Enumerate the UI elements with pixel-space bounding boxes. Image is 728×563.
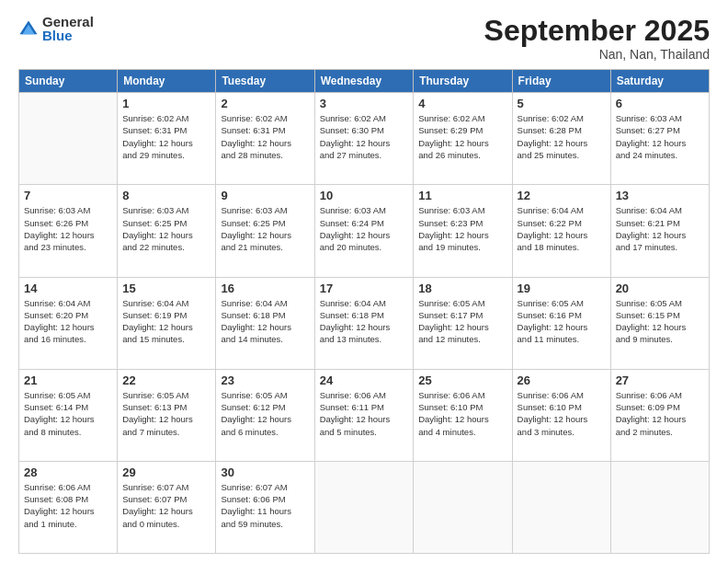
- day-info: Sunrise: 6:05 AMSunset: 6:16 PMDaylight:…: [518, 297, 606, 346]
- calendar-cell: 23Sunrise: 6:05 AMSunset: 6:12 PMDayligh…: [216, 369, 314, 461]
- calendar-cell: 24Sunrise: 6:06 AMSunset: 6:11 PMDayligh…: [314, 369, 414, 461]
- day-number: 6: [616, 97, 704, 110]
- day-info: Sunrise: 6:03 AMSunset: 6:24 PMDaylight:…: [320, 204, 409, 253]
- day-info: Sunrise: 6:03 AMSunset: 6:25 PMDaylight:…: [221, 204, 309, 253]
- calendar-cell: [414, 461, 512, 553]
- day-info: Sunrise: 6:03 AMSunset: 6:25 PMDaylight:…: [122, 204, 210, 253]
- calendar-cell: 17Sunrise: 6:04 AMSunset: 6:18 PMDayligh…: [314, 277, 414, 369]
- day-number: 19: [518, 282, 606, 295]
- calendar-cell: 7Sunrise: 6:03 AMSunset: 6:26 PMDaylight…: [19, 185, 118, 277]
- calendar-week-row: 7Sunrise: 6:03 AMSunset: 6:26 PMDaylight…: [19, 185, 710, 277]
- day-info: Sunrise: 6:03 AMSunset: 6:27 PMDaylight:…: [616, 112, 704, 161]
- day-number: 15: [122, 282, 210, 295]
- weekday-header: Thursday: [414, 70, 512, 93]
- day-number: 18: [418, 282, 506, 295]
- day-info: Sunrise: 6:02 AMSunset: 6:31 PMDaylight:…: [221, 112, 309, 161]
- calendar-cell: 18Sunrise: 6:05 AMSunset: 6:17 PMDayligh…: [414, 277, 512, 369]
- calendar-cell: 12Sunrise: 6:04 AMSunset: 6:22 PMDayligh…: [512, 185, 610, 277]
- calendar-cell: 6Sunrise: 6:03 AMSunset: 6:27 PMDaylight…: [610, 93, 709, 185]
- weekday-header: Wednesday: [314, 70, 414, 93]
- day-info: Sunrise: 6:04 AMSunset: 6:18 PMDaylight:…: [320, 297, 409, 346]
- calendar-week-row: 28Sunrise: 6:06 AMSunset: 6:08 PMDayligh…: [19, 461, 710, 553]
- calendar-cell: 14Sunrise: 6:04 AMSunset: 6:20 PMDayligh…: [19, 277, 118, 369]
- day-number: 20: [616, 282, 704, 295]
- calendar-week-row: 1Sunrise: 6:02 AMSunset: 6:31 PMDaylight…: [19, 93, 710, 185]
- day-number: 3: [320, 97, 409, 110]
- day-info: Sunrise: 6:06 AMSunset: 6:09 PMDaylight:…: [616, 389, 704, 438]
- calendar-cell: 26Sunrise: 6:06 AMSunset: 6:10 PMDayligh…: [512, 369, 610, 461]
- day-info: Sunrise: 6:02 AMSunset: 6:30 PMDaylight:…: [320, 112, 409, 161]
- calendar-cell: 19Sunrise: 6:05 AMSunset: 6:16 PMDayligh…: [512, 277, 610, 369]
- day-info: Sunrise: 6:07 AMSunset: 6:07 PMDaylight:…: [122, 481, 210, 530]
- weekday-header: Tuesday: [216, 70, 314, 93]
- logo: General Blue: [18, 15, 94, 42]
- calendar-cell: 27Sunrise: 6:06 AMSunset: 6:09 PMDayligh…: [610, 369, 709, 461]
- calendar-cell: 28Sunrise: 6:06 AMSunset: 6:08 PMDayligh…: [19, 461, 118, 553]
- calendar-cell: 13Sunrise: 6:04 AMSunset: 6:21 PMDayligh…: [610, 185, 709, 277]
- month-title: September 2025: [484, 15, 710, 47]
- day-number: 2: [221, 97, 309, 110]
- calendar-cell: 25Sunrise: 6:06 AMSunset: 6:10 PMDayligh…: [414, 369, 512, 461]
- day-info: Sunrise: 6:06 AMSunset: 6:10 PMDaylight:…: [418, 389, 506, 438]
- day-number: 12: [518, 189, 606, 202]
- day-info: Sunrise: 6:02 AMSunset: 6:29 PMDaylight:…: [418, 112, 506, 161]
- calendar-week-row: 14Sunrise: 6:04 AMSunset: 6:20 PMDayligh…: [19, 277, 710, 369]
- weekday-header: Monday: [118, 70, 216, 93]
- day-info: Sunrise: 6:03 AMSunset: 6:23 PMDaylight:…: [418, 204, 506, 253]
- day-info: Sunrise: 6:04 AMSunset: 6:19 PMDaylight:…: [122, 297, 210, 346]
- calendar-cell: 20Sunrise: 6:05 AMSunset: 6:15 PMDayligh…: [610, 277, 709, 369]
- calendar-cell: [314, 461, 414, 553]
- day-number: 16: [221, 282, 309, 295]
- calendar-week-row: 21Sunrise: 6:05 AMSunset: 6:14 PMDayligh…: [19, 369, 710, 461]
- day-info: Sunrise: 6:04 AMSunset: 6:21 PMDaylight:…: [616, 204, 704, 253]
- day-info: Sunrise: 6:06 AMSunset: 6:11 PMDaylight:…: [320, 389, 409, 438]
- day-number: 17: [320, 282, 409, 295]
- day-info: Sunrise: 6:05 AMSunset: 6:15 PMDaylight:…: [616, 297, 704, 346]
- day-info: Sunrise: 6:02 AMSunset: 6:31 PMDaylight:…: [122, 112, 210, 161]
- day-info: Sunrise: 6:04 AMSunset: 6:22 PMDaylight:…: [518, 204, 606, 253]
- calendar-cell: 21Sunrise: 6:05 AMSunset: 6:14 PMDayligh…: [19, 369, 118, 461]
- day-number: 27: [616, 373, 704, 387]
- calendar-cell: 5Sunrise: 6:02 AMSunset: 6:28 PMDaylight…: [512, 93, 610, 185]
- weekday-header-row: SundayMondayTuesdayWednesdayThursdayFrid…: [19, 70, 710, 93]
- day-info: Sunrise: 6:06 AMSunset: 6:10 PMDaylight:…: [518, 389, 606, 438]
- calendar-cell: 11Sunrise: 6:03 AMSunset: 6:23 PMDayligh…: [414, 185, 512, 277]
- day-number: 13: [616, 189, 704, 202]
- calendar-cell: 10Sunrise: 6:03 AMSunset: 6:24 PMDayligh…: [314, 185, 414, 277]
- day-info: Sunrise: 6:05 AMSunset: 6:13 PMDaylight:…: [122, 389, 210, 438]
- day-number: 7: [24, 189, 112, 202]
- day-number: 30: [221, 465, 309, 479]
- logo-icon: [18, 19, 39, 40]
- day-number: 25: [418, 373, 506, 387]
- weekday-header: Sunday: [19, 70, 118, 93]
- day-info: Sunrise: 6:05 AMSunset: 6:17 PMDaylight:…: [418, 297, 506, 346]
- day-number: 29: [122, 465, 210, 479]
- logo-blue: Blue: [42, 29, 94, 42]
- day-number: 28: [24, 465, 112, 479]
- day-number: 23: [221, 373, 309, 387]
- calendar-cell: 1Sunrise: 6:02 AMSunset: 6:31 PMDaylight…: [118, 93, 216, 185]
- calendar-cell: 30Sunrise: 6:07 AMSunset: 6:06 PMDayligh…: [216, 461, 314, 553]
- day-number: 5: [518, 97, 606, 110]
- day-info: Sunrise: 6:04 AMSunset: 6:20 PMDaylight:…: [24, 297, 112, 346]
- calendar-cell: 8Sunrise: 6:03 AMSunset: 6:25 PMDaylight…: [118, 185, 216, 277]
- title-block: September 2025 Nan, Nan, Thailand: [484, 15, 710, 62]
- calendar-cell: 15Sunrise: 6:04 AMSunset: 6:19 PMDayligh…: [118, 277, 216, 369]
- day-number: 11: [418, 189, 506, 202]
- logo-text: General Blue: [42, 15, 94, 42]
- day-info: Sunrise: 6:06 AMSunset: 6:08 PMDaylight:…: [24, 481, 112, 530]
- calendar-cell: 2Sunrise: 6:02 AMSunset: 6:31 PMDaylight…: [216, 93, 314, 185]
- calendar-cell: 16Sunrise: 6:04 AMSunset: 6:18 PMDayligh…: [216, 277, 314, 369]
- day-number: 24: [320, 373, 409, 387]
- day-number: 26: [518, 373, 606, 387]
- day-info: Sunrise: 6:04 AMSunset: 6:18 PMDaylight:…: [221, 297, 309, 346]
- day-number: 4: [418, 97, 506, 110]
- day-number: 1: [122, 97, 210, 110]
- day-info: Sunrise: 6:05 AMSunset: 6:12 PMDaylight:…: [221, 389, 309, 438]
- day-number: 22: [122, 373, 210, 387]
- calendar-cell: 3Sunrise: 6:02 AMSunset: 6:30 PMDaylight…: [314, 93, 414, 185]
- location: Nan, Nan, Thailand: [484, 47, 710, 62]
- calendar-table: SundayMondayTuesdayWednesdayThursdayFrid…: [18, 69, 710, 554]
- calendar-cell: 4Sunrise: 6:02 AMSunset: 6:29 PMDaylight…: [414, 93, 512, 185]
- day-info: Sunrise: 6:02 AMSunset: 6:28 PMDaylight:…: [518, 112, 606, 161]
